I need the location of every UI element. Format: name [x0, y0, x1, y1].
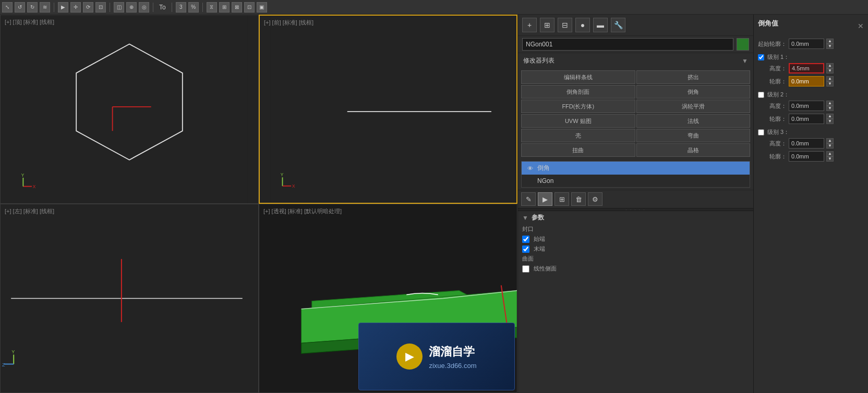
bevel-level1-outline-spinner: ▲ ▼	[826, 76, 834, 87]
toolbar-icon-move[interactable]: ✛	[70, 2, 81, 13]
toolbar-icon-11[interactable]: ⊞	[219, 2, 230, 13]
bevel-level1-height-row: 高度： ▲ ▼	[758, 63, 864, 73]
bevel-level1-outline-input[interactable]	[789, 76, 824, 87]
toolbar-icon-1[interactable]: ⤡	[2, 2, 13, 13]
bevel-level3-outline-down[interactable]: ▼	[826, 156, 834, 162]
bevel-close-icon[interactable]: ✕	[858, 22, 864, 30]
bevel-level1-height-up[interactable]: ▲	[826, 63, 834, 68]
toolbar-icon-10[interactable]: ⧖	[207, 2, 217, 13]
param-checkbox-end[interactable]	[522, 245, 529, 253]
viewport-top-left[interactable]: [+] [顶] [标准] [线框] X Y	[0, 15, 259, 204]
color-swatch[interactable]	[737, 38, 749, 51]
toolbar-icon-4[interactable]: ≋	[40, 2, 50, 13]
bevel-level3-outline-input[interactable]	[789, 151, 824, 162]
viewport-bottom-left[interactable]: [+] [左] [标准] [线框] Z Y	[0, 204, 259, 393]
toolbar-icon-6[interactable]: ⊕	[126, 2, 137, 13]
mod-btn-7[interactable]: 法线	[636, 114, 751, 128]
stack-tool-play[interactable]: ▶	[538, 192, 552, 206]
toolbar-to-label: To	[159, 4, 166, 11]
level-1-checkbox[interactable]	[758, 54, 764, 60]
level-1-label: 级别 1：	[767, 53, 789, 61]
mod-btn-0[interactable]: 编辑样条线	[521, 70, 635, 84]
modifier-name-1: NGon	[537, 177, 553, 185]
bevel-level2-height-down[interactable]: ▼	[826, 106, 834, 111]
bevel-spin-down-start[interactable]: ▼	[826, 44, 834, 49]
toolbar-icon-9[interactable]: %	[188, 2, 199, 13]
bevel-level1-height-input[interactable]	[789, 63, 824, 73]
watermark-logo: ▶	[396, 343, 423, 370]
bevel-level3-outline-up[interactable]: ▲	[826, 151, 834, 156]
toolbar-icon-5[interactable]: ◫	[114, 2, 124, 13]
level-2-checkbox[interactable]	[758, 92, 764, 98]
mod-btn-1[interactable]: 挤出	[636, 70, 751, 84]
svg-text:Y: Y	[21, 173, 25, 178]
modifier-list-header[interactable]: 修改器列表 ▼	[518, 53, 753, 68]
bevel-level2-height-input[interactable]	[789, 101, 824, 111]
stack-tool-delete[interactable]: 🗑	[571, 192, 586, 206]
toolbar-sep-5	[202, 3, 203, 12]
bevel-start-outline-input[interactable]	[789, 39, 824, 49]
toolbar-icon-scale[interactable]: ⊡	[95, 2, 106, 13]
viewport-bottom-right[interactable]: [+] [透视] [标准] [默认明暗处理] ▶	[259, 204, 517, 393]
bevel-level2-outline-up[interactable]: ▲	[826, 114, 834, 119]
stack-tool-config[interactable]: ⚙	[588, 192, 602, 206]
bevel-level2-outline-down[interactable]: ▼	[826, 119, 834, 124]
panel-icon-wrench[interactable]: 🔧	[611, 18, 625, 32]
toolbar-icon-2[interactable]: ↺	[15, 2, 25, 13]
bevel-spin-up-start[interactable]: ▲	[826, 39, 834, 44]
mod-btn-3[interactable]: 倒角	[636, 85, 751, 99]
param-check-label-start: 始端	[534, 235, 545, 243]
svg-text:X: X	[33, 184, 36, 189]
panel-icon-hierarchy[interactable]: ⊟	[558, 18, 572, 32]
right-main-panel: + ⊞ ⊟ ● ▬ 🔧 修改器列表 ▼	[518, 15, 753, 393]
bevel-level3-height-up[interactable]: ▲	[826, 138, 834, 143]
stack-tool-copy[interactable]: ⊞	[554, 192, 569, 206]
bevel-level1-outline-up[interactable]: ▲	[826, 76, 834, 81]
bevel-level2-outline-input[interactable]	[789, 114, 824, 124]
toolbar-sep-2	[110, 3, 110, 12]
mod-btn-10[interactable]: 扭曲	[521, 143, 635, 157]
mod-btn-4[interactable]: FFD(长方体)	[521, 100, 635, 113]
stack-tool-pin[interactable]: ✎	[521, 192, 536, 206]
mod-btn-6[interactable]: UVW 贴图	[521, 114, 635, 128]
toolbar-icon-12[interactable]: ⊠	[232, 2, 242, 13]
viewport-canvas-top-right: X Y	[260, 16, 516, 203]
toolbar-icon-8[interactable]: 3	[176, 2, 186, 13]
toolbar-icon-3[interactable]: ↻	[27, 2, 38, 13]
params-header: ▼ 参数	[522, 213, 749, 222]
bevel-level3-height-down[interactable]: ▼	[826, 143, 834, 149]
params-section: ▼ 参数 封口 始端 末端 曲面	[518, 211, 753, 393]
toolbar-icon-select[interactable]: ▶	[58, 2, 68, 13]
svg-text:Y: Y	[281, 173, 284, 177]
param-checkbox-start[interactable]	[522, 236, 529, 243]
toolbar-sep-4	[172, 3, 172, 12]
modifier-list-label: 修改器列表	[523, 56, 554, 65]
modifier-stack-item-1[interactable]: NGon	[522, 175, 750, 187]
eye-icon-1	[526, 177, 534, 185]
mod-btn-2[interactable]: 倒角剖面	[521, 85, 635, 99]
toolbar-icon-7[interactable]: ◎	[139, 2, 149, 13]
panel-icon-move[interactable]: ⊞	[540, 18, 554, 32]
viewport-top-right[interactable]: [+] [前] [标准] [线框] X Y	[259, 15, 517, 204]
params-collapse-arrow[interactable]: ▼	[522, 214, 528, 222]
param-checkbox-linear[interactable]	[522, 265, 529, 273]
mod-btn-9[interactable]: 弯曲	[636, 129, 751, 142]
toolbar-icon-rotate[interactable]: ⟳	[83, 2, 93, 13]
bevel-level3-height-input[interactable]	[789, 138, 824, 149]
mod-btn-5[interactable]: 涡轮平滑	[636, 100, 751, 113]
param-label-surface: 曲面	[522, 255, 553, 263]
object-name-input[interactable]	[522, 38, 733, 51]
level-3-checkbox[interactable]	[758, 129, 764, 136]
bevel-level1-outline-down[interactable]: ▼	[826, 81, 834, 87]
bevel-level1-height-down[interactable]: ▼	[826, 68, 834, 73]
modifier-stack-item-0[interactable]: 👁 倒角	[522, 162, 750, 175]
bevel-level2-height-up[interactable]: ▲	[826, 101, 834, 106]
toolbar-icon-13[interactable]: ⊡	[244, 2, 255, 13]
mod-btn-8[interactable]: 壳	[521, 129, 635, 142]
panel-icon-plus[interactable]: +	[522, 18, 537, 32]
toolbar-icon-render[interactable]: ▣	[257, 2, 267, 13]
mod-btn-11[interactable]: 晶格	[636, 143, 751, 157]
panel-icon-rect[interactable]: ▬	[593, 18, 608, 32]
panel-icon-circle[interactable]: ●	[575, 18, 590, 32]
eye-icon-0[interactable]: 👁	[526, 164, 534, 173]
